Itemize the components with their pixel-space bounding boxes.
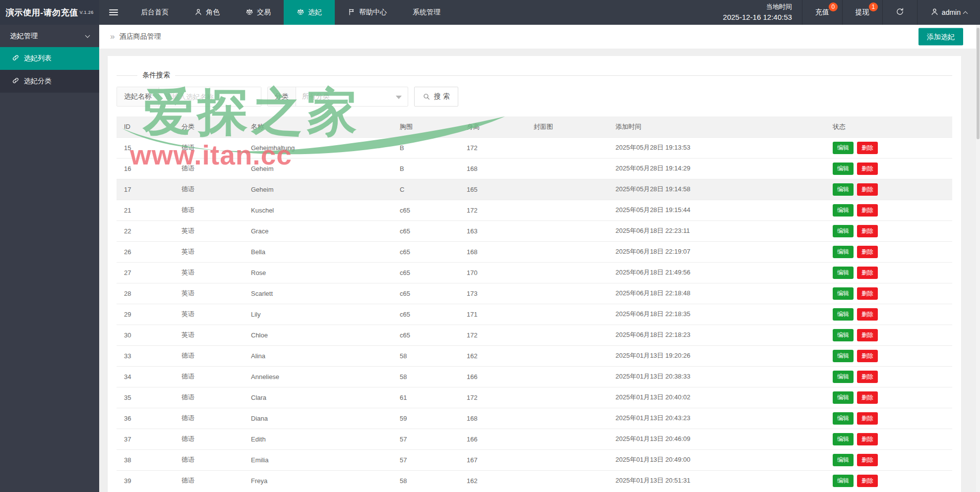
edit-button[interactable]: 编辑	[833, 142, 854, 154]
delete-button[interactable]: 删除	[857, 142, 878, 154]
cell-cover	[526, 387, 608, 408]
delete-button[interactable]: 删除	[857, 454, 878, 466]
edit-button[interactable]: 编辑	[833, 308, 854, 321]
delete-button[interactable]: 删除	[857, 308, 878, 321]
refresh-button[interactable]	[882, 0, 917, 25]
nav-item-label: 系统管理	[413, 8, 440, 17]
nav-item-2[interactable]: 交易	[233, 0, 284, 25]
table-row: 34德语Anneliese581662025年01月13日 20:38:33编辑…	[117, 366, 952, 387]
edit-button[interactable]: 编辑	[833, 204, 854, 217]
cell-actions: 编辑删除	[825, 283, 952, 304]
nav-item-0[interactable]: 后台首页	[128, 0, 182, 25]
edit-button[interactable]: 编辑	[833, 287, 854, 300]
edit-button[interactable]: 编辑	[833, 371, 854, 383]
delete-button[interactable]: 删除	[857, 183, 878, 196]
cell-name: Grace	[244, 220, 392, 241]
cell-actions: 编辑删除	[825, 179, 952, 200]
nav-item-3[interactable]: 选妃	[284, 0, 335, 25]
cell-category: 英语	[174, 283, 244, 304]
cell-category: 德语	[174, 408, 244, 429]
content-area: 条件搜索 选妃名称 分类 所有分类 搜 索	[99, 49, 980, 492]
cell-actions: 编辑删除	[825, 470, 952, 491]
edit-button[interactable]: 编辑	[833, 433, 854, 445]
cell-height: 162	[459, 345, 526, 366]
category-select[interactable]: 所有分类	[296, 87, 408, 106]
menu-toggle-icon[interactable]	[99, 0, 128, 25]
page-scrollbar[interactable]	[976, 25, 980, 492]
scrollbar-thumb[interactable]	[977, 28, 980, 139]
delete-button[interactable]: 删除	[857, 371, 878, 383]
delete-button[interactable]: 删除	[857, 204, 878, 217]
table-row: 35德语Clara611722025年01月13日 20:40:02编辑删除	[117, 387, 952, 408]
cell-height: 167	[459, 449, 526, 470]
delete-button[interactable]: 删除	[857, 391, 878, 404]
nav-item-label: 角色	[206, 8, 220, 17]
nav-item-5[interactable]: 系统管理	[400, 0, 453, 25]
cell-actions: 编辑删除	[825, 387, 952, 408]
cell-time: 2025年06月18日 22:18:35	[608, 304, 825, 325]
cell-actions: 编辑删除	[825, 200, 952, 220]
search-button[interactable]: 搜 索	[414, 87, 458, 107]
delete-button[interactable]: 删除	[857, 329, 878, 341]
scales-icon	[297, 8, 305, 17]
delete-button[interactable]: 删除	[857, 475, 878, 487]
cell-cover	[526, 345, 608, 366]
delete-button[interactable]: 删除	[857, 163, 878, 175]
cell-category: 英语	[174, 241, 244, 262]
delete-button[interactable]: 删除	[857, 225, 878, 237]
table-row: 38德语Emilia571672025年01月13日 20:49:00编辑删除	[117, 449, 952, 470]
cell-cover	[526, 325, 608, 345]
edit-button[interactable]: 编辑	[833, 329, 854, 341]
sidebar-group-fairy-management[interactable]: 选妃管理	[0, 25, 99, 47]
edit-button[interactable]: 编辑	[833, 350, 854, 362]
cell-id: 22	[117, 220, 174, 241]
sidebar-item-fairy-category[interactable]: 选妃分类	[0, 70, 99, 93]
sidebar-group-label: 选妃管理	[10, 32, 38, 41]
cell-id: 29	[117, 304, 174, 325]
edit-button[interactable]: 编辑	[833, 246, 854, 258]
delete-button[interactable]: 删除	[857, 267, 878, 279]
link-icon	[12, 77, 19, 86]
add-fairy-button[interactable]: 添加选妃	[919, 28, 963, 46]
cell-cover	[526, 304, 608, 325]
table-row: 36德语Diana591682025年01月13日 20:43:23编辑删除	[117, 408, 952, 429]
delete-button[interactable]: 删除	[857, 287, 878, 300]
edit-button[interactable]: 编辑	[833, 391, 854, 404]
edit-button[interactable]: 编辑	[833, 267, 854, 279]
edit-button[interactable]: 编辑	[833, 454, 854, 466]
select-caret-icon	[396, 96, 402, 99]
app-logo: 演示使用-请勿充值V.1.26	[0, 0, 99, 25]
sidebar-item-fairy-list[interactable]: 选妃列表	[0, 47, 99, 70]
cell-cover	[526, 262, 608, 283]
edit-button[interactable]: 编辑	[833, 183, 854, 196]
cell-actions: 编辑删除	[825, 345, 952, 366]
column-header: ID	[117, 116, 174, 137]
search-icon	[423, 93, 430, 101]
top-nav: 后台首页角色交易选妃帮助中心系统管理	[128, 0, 453, 25]
nav-item-label: 帮助中心	[359, 8, 387, 17]
recharge-button[interactable]: 充值 0	[802, 0, 842, 25]
delete-button[interactable]: 删除	[857, 433, 878, 445]
edit-button[interactable]: 编辑	[833, 163, 854, 175]
withdraw-button[interactable]: 提现 1	[842, 0, 882, 25]
delete-button[interactable]: 删除	[857, 246, 878, 258]
table-row: 27英语Rosec651702025年06月18日 21:49:56编辑删除	[117, 262, 952, 283]
table-row: 17德语GeheimC1652025年05月28日 19:14:58编辑删除	[117, 179, 952, 200]
chevron-up-icon	[963, 11, 968, 16]
edit-button[interactable]: 编辑	[833, 412, 854, 425]
search-legend: 条件搜索	[137, 71, 175, 80]
nav-item-1[interactable]: 角色	[182, 0, 233, 25]
delete-button[interactable]: 删除	[857, 412, 878, 425]
nav-item-4[interactable]: 帮助中心	[335, 0, 400, 25]
edit-button[interactable]: 编辑	[833, 225, 854, 237]
delete-button[interactable]: 删除	[857, 350, 878, 362]
cell-time: 2025年05月28日 19:15:44	[608, 200, 825, 220]
fairy-name-input[interactable]	[159, 87, 261, 106]
scales-icon	[245, 8, 253, 17]
cell-cover	[526, 429, 608, 449]
cell-id: 26	[117, 241, 174, 262]
user-icon	[930, 7, 939, 17]
user-menu[interactable]: admin	[917, 0, 980, 25]
edit-button[interactable]: 编辑	[833, 475, 854, 487]
flag-icon	[348, 8, 356, 17]
